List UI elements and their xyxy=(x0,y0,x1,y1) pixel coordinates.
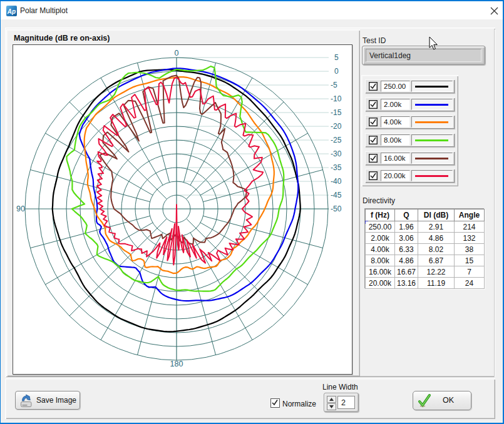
svg-text:-50: -50 xyxy=(331,204,342,213)
svg-text:-35: -35 xyxy=(331,163,342,172)
svg-text:-20: -20 xyxy=(331,122,342,131)
svg-text:90: 90 xyxy=(16,204,25,213)
svg-text:0: 0 xyxy=(175,49,179,58)
svg-text:-25: -25 xyxy=(331,136,342,144)
svg-text:-15: -15 xyxy=(331,108,342,117)
svg-text:-40: -40 xyxy=(331,177,342,186)
svg-text:-30: -30 xyxy=(331,149,342,158)
svg-text:5: 5 xyxy=(334,53,339,62)
svg-text:-45: -45 xyxy=(331,191,342,199)
svg-text:-5: -5 xyxy=(331,81,337,89)
svg-text:0: 0 xyxy=(334,67,339,76)
svg-text:Ap: Ap xyxy=(7,8,16,15)
svg-text:180: 180 xyxy=(170,360,183,368)
svg-text:-10: -10 xyxy=(331,94,342,103)
